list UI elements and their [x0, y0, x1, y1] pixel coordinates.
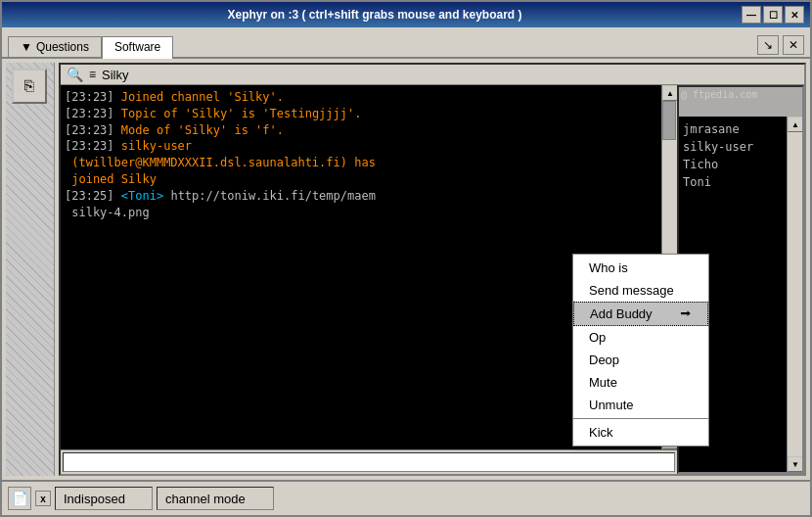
- status-bar: 📄 x Indisposed channel mode: [2, 480, 810, 515]
- minimize-button[interactable]: —: [742, 6, 761, 24]
- scroll-up-button[interactable]: ▲: [662, 85, 677, 101]
- status-document-icon: 📄: [8, 487, 31, 510]
- channel-title: Silky: [102, 68, 128, 82]
- title-bar: Xephyr on :3 ( ctrl+shift grabs mouse an…: [2, 2, 810, 27]
- close-button[interactable]: ✕: [785, 6, 804, 24]
- user-scroll-track[interactable]: [788, 132, 802, 456]
- channel-title-icon: ≡: [89, 68, 96, 81]
- window-title: Xephyr on :3 ( ctrl+shift grabs mouse an…: [8, 8, 742, 22]
- user-scroll-down-button[interactable]: ▼: [788, 456, 802, 472]
- user-list-scrollbar[interactable]: ▲ ▼: [787, 117, 802, 472]
- context-menu-kick[interactable]: Kick: [573, 421, 708, 444]
- indisposed-label: Indisposed: [64, 492, 125, 506]
- status-channel-mode-field: channel mode: [157, 487, 274, 510]
- channel-mode-label: channel mode: [165, 492, 246, 506]
- minimize-tab-icon[interactable]: ↘: [757, 35, 779, 55]
- context-menu-add-buddy[interactable]: Add Buddy ⮕: [573, 302, 708, 326]
- tab-software-label: Software: [114, 40, 160, 54]
- context-menu-mute[interactable]: Mute: [573, 371, 708, 394]
- user-list-item[interactable]: jmrasane: [683, 120, 783, 138]
- context-menu: Who is Send message Add Buddy ⮕ Op Deop …: [572, 254, 709, 446]
- context-menu-who-is[interactable]: Who is: [573, 257, 708, 279]
- user-list-item[interactable]: Toni: [683, 173, 783, 191]
- status-indisposed-field: Indisposed: [55, 487, 153, 510]
- title-bar-controls: — ☐ ✕: [742, 6, 804, 24]
- context-menu-deop[interactable]: Deop: [573, 349, 708, 371]
- chat-input[interactable]: [63, 452, 675, 472]
- chat-line: [23:23] Joined channel 'Silky'.: [65, 89, 657, 106]
- scroll-thumb[interactable]: [662, 101, 676, 140]
- user-list-item[interactable]: silky-user: [683, 138, 783, 156]
- tab-questions[interactable]: ▼ Questions: [8, 36, 102, 57]
- user-scroll-up-button[interactable]: ▲: [788, 117, 802, 132]
- chat-area: [23:23] Joined channel 'Silky'. [23:23] …: [61, 85, 661, 449]
- tab-dropdown-icon: ▼: [21, 40, 32, 54]
- tab-bar: ▼ Questions Software ↘ ✕: [2, 27, 810, 59]
- tab-bar-icons: ↘ ✕: [757, 35, 804, 57]
- chat-input-area: [61, 449, 677, 474]
- user-list-header-partial: @ ftpedia.com: [679, 87, 802, 117]
- channel-search-icon: 🔍: [67, 67, 83, 82]
- context-menu-unmute[interactable]: Unmute: [573, 394, 708, 416]
- tab-software[interactable]: Software: [102, 36, 173, 59]
- main-content: ⎘ 🔍 ≡ Silky: [2, 59, 810, 480]
- context-menu-op[interactable]: Op: [573, 326, 708, 349]
- chat-line: [23:23] silky-user (twillber@KMMMDXXXII.…: [65, 138, 657, 187]
- cursor-icon: ⮕: [680, 307, 692, 321]
- channel-titlebar: 🔍 ≡ Silky: [61, 65, 804, 85]
- irc-panel: 🔍 ≡ Silky [23:23] Join: [59, 63, 806, 476]
- context-menu-send-message[interactable]: Send message: [573, 279, 708, 302]
- left-sidebar: ⎘: [6, 63, 55, 476]
- sidebar-icon-1[interactable]: ⎘: [12, 69, 47, 104]
- chat-line: [23:23] Topic of 'Silky' is 'Testingjjjj…: [65, 106, 657, 122]
- close-tab-icon[interactable]: ✕: [783, 35, 804, 55]
- restore-button[interactable]: ☐: [763, 6, 783, 24]
- chat-line: [23:25] <Toni> http://toniw.iki.fi/temp/…: [65, 188, 657, 221]
- tab-questions-label: Questions: [36, 40, 89, 54]
- context-menu-separator: [573, 418, 708, 419]
- status-close-button[interactable]: x: [35, 491, 51, 506]
- main-window: Xephyr on :3 ( ctrl+shift grabs mouse an…: [0, 0, 812, 517]
- chat-line: [23:23] Mode of 'Silky' is 'f'.: [65, 122, 657, 139]
- user-list-item[interactable]: Ticho: [683, 156, 783, 173]
